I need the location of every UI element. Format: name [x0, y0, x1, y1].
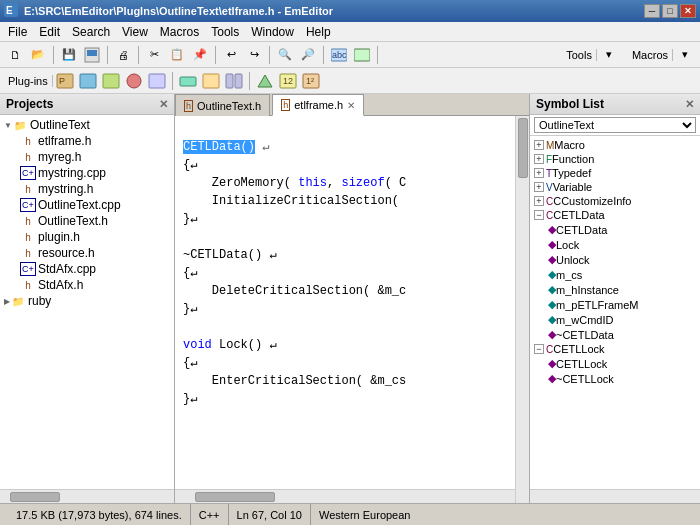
redo-button[interactable]: ↪ [243, 44, 265, 66]
find-button[interactable]: 🔍 [274, 44, 296, 66]
plugin-btn-7[interactable] [200, 70, 222, 92]
menu-help[interactable]: Help [300, 22, 337, 41]
copy-button[interactable]: 📋 [166, 44, 188, 66]
symbol-close[interactable]: ✕ [685, 98, 694, 111]
tree-item-outlinetext-root[interactable]: ▼ 📁 OutlineText [0, 117, 174, 133]
macros-label[interactable]: Macros [628, 49, 673, 61]
plugin-btn-4[interactable] [123, 70, 145, 92]
print-button[interactable]: 🖨 [112, 44, 134, 66]
maximize-button[interactable]: □ [662, 4, 678, 18]
find-next-button[interactable]: 🔎 [297, 44, 319, 66]
tree-item-ruby[interactable]: ▶ 📁 ruby [0, 293, 174, 309]
editor-scrollbar-horizontal[interactable] [175, 489, 515, 503]
sym-item-variable[interactable]: + V Variable [530, 180, 700, 194]
plugin-btn-11[interactable]: 1² [300, 70, 322, 92]
sym-label: m_hInstance [556, 284, 619, 296]
plugin-btn-9[interactable] [254, 70, 276, 92]
sym-item-macro[interactable]: + M Macro [530, 138, 700, 152]
projects-scrollbar-h[interactable] [0, 489, 174, 503]
editor-scrollbar-vertical[interactable] [515, 116, 529, 503]
menu-search[interactable]: Search [66, 22, 116, 41]
expand-ccustomize-icon: + [534, 196, 544, 206]
sym-item-function[interactable]: + F Function [530, 152, 700, 166]
symbol-dropdown[interactable]: OutlineText [530, 115, 700, 136]
file-icon-h: h [20, 182, 36, 196]
sym-item-unlock[interactable]: ◆ Unlock [530, 252, 700, 267]
tree-item-mystring-cpp[interactable]: C+ mystring.cpp [0, 165, 174, 181]
toolbar-sep-5 [269, 46, 270, 64]
symbol-scrollbar-h[interactable] [530, 489, 700, 503]
btn-icon2[interactable] [351, 44, 373, 66]
tab-etlframe-h[interactable]: h etlframe.h ✕ [272, 94, 364, 116]
code-editor[interactable]: CETLData() ↵ {↵ ZeroMemory( this, sizeof… [175, 116, 529, 503]
menu-tools[interactable]: Tools [205, 22, 245, 41]
tools-label[interactable]: Tools [562, 49, 597, 61]
plugin-btn-6[interactable] [177, 70, 199, 92]
tree-label: StdAfx.h [38, 278, 83, 292]
sym-item-cetldata-dtor[interactable]: ◆ ~CETLData [530, 327, 700, 342]
expand-function-icon: + [534, 154, 544, 164]
tab-close-button[interactable]: ✕ [347, 100, 355, 111]
plugin-btn-1[interactable]: P [54, 70, 76, 92]
plugin-btn-10[interactable]: 12 [277, 70, 299, 92]
sym-item-cetllock-dtor[interactable]: ◆ ~CETLLock [530, 371, 700, 386]
tab-label-1: OutlineText.h [197, 100, 261, 112]
tab-outlinetext-h[interactable]: h OutlineText.h [175, 94, 270, 116]
menu-window[interactable]: Window [245, 22, 300, 41]
close-button[interactable]: ✕ [680, 4, 696, 18]
menu-edit[interactable]: Edit [33, 22, 66, 41]
sym-label: m_pETLFrameM [556, 299, 639, 311]
sym-type-icon: C [546, 196, 553, 207]
tree-item-plugin-h[interactable]: h plugin.h [0, 229, 174, 245]
sym-item-m-wcmdid[interactable]: ◆ m_wCmdID [530, 312, 700, 327]
code-arrow: ↵ [262, 140, 269, 154]
tree-item-resource-h[interactable]: h resource.h [0, 245, 174, 261]
sym-item-cetllock[interactable]: − C CETLLock [530, 342, 700, 356]
tree-item-stdafx-cpp[interactable]: C+ StdAfx.cpp [0, 261, 174, 277]
symbol-select[interactable]: OutlineText [534, 117, 696, 133]
sym-item-typedef[interactable]: + T Typedef [530, 166, 700, 180]
plugin-btn-2[interactable] [77, 70, 99, 92]
macros-chevron[interactable]: ▾ [674, 44, 696, 66]
tree-item-mystring-h[interactable]: h mystring.h [0, 181, 174, 197]
sym-item-m-petlframe[interactable]: ◆ m_pETLFrameM [530, 297, 700, 312]
sym-item-cetldata[interactable]: − C CETLData [530, 208, 700, 222]
undo-button[interactable]: ↩ [220, 44, 242, 66]
cut-button[interactable]: ✂ [143, 44, 165, 66]
projects-close[interactable]: ✕ [159, 98, 168, 111]
minimize-button[interactable]: ─ [644, 4, 660, 18]
tree-item-stdafx-h[interactable]: h StdAfx.h [0, 277, 174, 293]
scroll-thumb-h [10, 492, 60, 502]
open-button[interactable]: 📂 [27, 44, 49, 66]
editor-content[interactable]: CETLData() ↵ {↵ ZeroMemory( this, sizeof… [175, 116, 529, 503]
save-button[interactable]: 💾 [58, 44, 80, 66]
new-button[interactable]: 🗋 [4, 44, 26, 66]
tree-label: mystring.cpp [38, 166, 106, 180]
sym-item-cetldata-ctor[interactable]: ◆ CETLData [530, 222, 700, 237]
paste-button[interactable]: 📌 [189, 44, 211, 66]
btn-icon1[interactable]: abc [328, 44, 350, 66]
svg-rect-12 [149, 74, 165, 88]
tree-item-myreg[interactable]: h myreg.h [0, 149, 174, 165]
tools-chevron[interactable]: ▾ [598, 44, 620, 66]
sym-item-cetllock-ctor[interactable]: ◆ CETLLock [530, 356, 700, 371]
plugin-btn-8[interactable] [223, 70, 245, 92]
menu-file[interactable]: File [2, 22, 33, 41]
file-icon-h: h [20, 150, 36, 164]
status-size: 17.5 KB (17,973 bytes), 674 lines. [8, 504, 191, 525]
plugin-btn-3[interactable] [100, 70, 122, 92]
tree-item-outlinetext-h[interactable]: h OutlineText.h [0, 213, 174, 229]
sym-item-m-hinstance[interactable]: ◆ m_hInstance [530, 282, 700, 297]
tree-item-outlinetext-cpp[interactable]: C+ OutlineText.cpp [0, 197, 174, 213]
tree-label: etlframe.h [38, 134, 91, 148]
save-all-button[interactable] [81, 44, 103, 66]
sym-item-ccustomize[interactable]: + C CCustomizeInfo [530, 194, 700, 208]
sym-item-lock[interactable]: ◆ Lock [530, 237, 700, 252]
tree-item-etlframe[interactable]: h etlframe.h [0, 133, 174, 149]
plugin-btn-5[interactable] [146, 70, 168, 92]
tree-label: OutlineText.cpp [38, 198, 121, 212]
menu-view[interactable]: View [116, 22, 154, 41]
svg-point-11 [127, 74, 141, 88]
sym-item-m-cs[interactable]: ◆ m_cs [530, 267, 700, 282]
menu-macros[interactable]: Macros [154, 22, 205, 41]
